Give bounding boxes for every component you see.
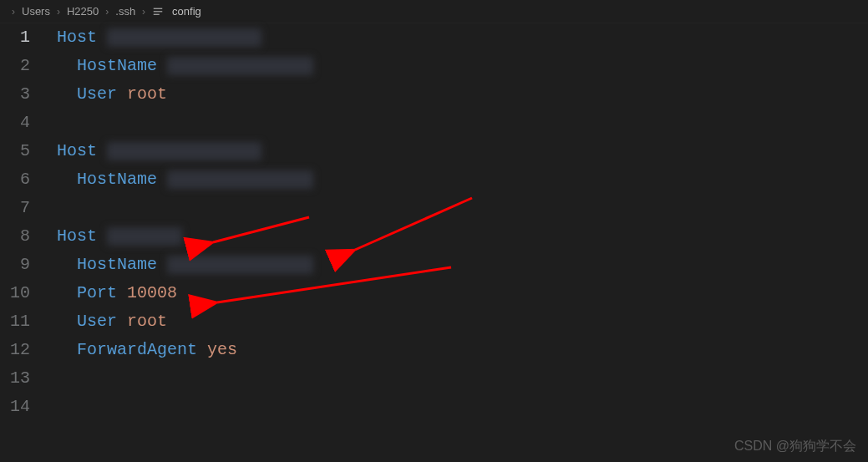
config-key: Host <box>57 23 97 52</box>
config-key: User <box>77 307 117 336</box>
code-line[interactable]: HostName <box>57 165 868 194</box>
chevron-right-icon: › <box>12 6 15 18</box>
chevron-right-icon: › <box>105 6 109 18</box>
file-lines-icon <box>152 6 164 18</box>
config-value: 10008 <box>127 279 177 307</box>
code-editor[interactable]: 1234567891011121314 Host HostName User r… <box>0 23 868 421</box>
chevron-right-icon: › <box>57 6 60 18</box>
line-number: 11 <box>0 307 30 336</box>
line-number: 9 <box>0 251 30 279</box>
svg-rect-0 <box>154 8 163 8</box>
breadcrumb: › Users › H2250 › .ssh › config <box>0 0 868 23</box>
line-number: 6 <box>0 165 30 194</box>
line-number: 5 <box>0 137 30 165</box>
config-value: root <box>127 307 167 336</box>
config-key: ForwardAgent <box>77 336 197 364</box>
config-key: Port <box>77 279 117 307</box>
line-number-gutter: 1234567891011121314 <box>0 23 47 421</box>
line-number: 7 <box>0 194 30 222</box>
code-line[interactable] <box>57 393 868 421</box>
line-number: 12 <box>0 336 30 364</box>
breadcrumb-item[interactable]: Users <box>22 5 50 18</box>
config-key: User <box>77 80 117 109</box>
line-number: 4 <box>0 109 30 137</box>
line-number: 13 <box>0 364 30 393</box>
code-line[interactable]: User root <box>57 80 868 109</box>
redacted-value <box>107 142 261 160</box>
code-line[interactable]: User root <box>57 307 868 336</box>
config-key: HostName <box>77 251 157 279</box>
line-number: 3 <box>0 80 30 109</box>
config-key: Host <box>57 222 97 251</box>
chevron-right-icon: › <box>142 6 145 18</box>
watermark: CSDN @狗狗学不会 <box>734 438 856 455</box>
svg-rect-2 <box>154 13 160 14</box>
code-line[interactable] <box>57 109 868 137</box>
code-content[interactable]: Host HostName User rootHost HostName Hos… <box>47 23 868 421</box>
config-key: HostName <box>77 52 157 80</box>
config-value: yes <box>207 336 237 364</box>
code-line[interactable] <box>57 364 868 393</box>
redacted-value <box>167 57 313 75</box>
redacted-value <box>107 28 261 47</box>
line-number: 14 <box>0 393 30 421</box>
line-number: 1 <box>0 23 30 52</box>
redacted-value <box>167 256 313 274</box>
code-line[interactable]: ForwardAgent yes <box>57 336 868 364</box>
config-key: Host <box>57 137 97 165</box>
code-line[interactable]: Host <box>57 23 868 52</box>
redacted-value <box>107 227 182 246</box>
redacted-value <box>167 170 313 189</box>
code-line[interactable]: HostName <box>57 251 868 279</box>
code-line[interactable]: Host <box>57 137 868 165</box>
code-line[interactable]: Host <box>57 222 868 251</box>
line-number: 8 <box>0 222 30 251</box>
code-line[interactable]: HostName <box>57 52 868 80</box>
code-line[interactable]: Port 10008 <box>57 279 868 307</box>
breadcrumb-item[interactable]: .ssh <box>115 5 135 18</box>
breadcrumb-item[interactable]: H2250 <box>67 5 99 18</box>
breadcrumb-item-current[interactable]: config <box>172 5 201 18</box>
code-line[interactable] <box>57 194 868 222</box>
line-number: 2 <box>0 52 30 80</box>
config-key: HostName <box>77 165 157 194</box>
svg-rect-1 <box>154 11 163 12</box>
config-value: root <box>127 80 167 109</box>
line-number: 10 <box>0 279 30 307</box>
